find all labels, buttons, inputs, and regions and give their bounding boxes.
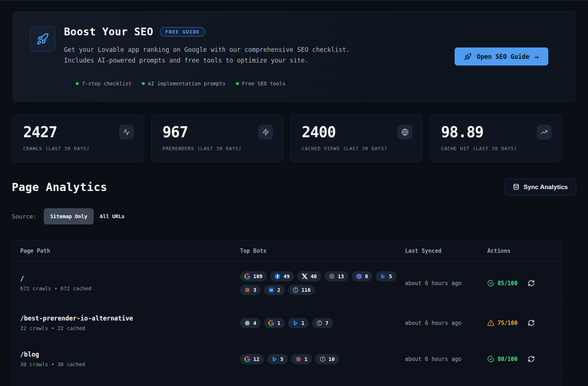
bot-badge-claude: 1 bbox=[291, 354, 312, 364]
bing-bot-icon bbox=[293, 320, 298, 326]
sync-analytics-label: Sync Analytics bbox=[524, 184, 568, 191]
svg-text:?: ? bbox=[319, 321, 320, 325]
feature-item: Free SEO tools bbox=[236, 81, 286, 86]
facebook-bot-icon bbox=[275, 273, 280, 279]
stat-label: PRERENDERS (LAST 30 DAYS) bbox=[162, 146, 274, 151]
stat-label: CRAWLS (LAST 30 DAYS) bbox=[23, 146, 135, 151]
seo-score-value: 80/100 bbox=[498, 356, 517, 362]
database-icon bbox=[513, 184, 520, 191]
source-toggle: Source: Sitemap Only All URLs bbox=[12, 208, 576, 224]
bot-badge-facebook: 49 bbox=[270, 271, 294, 281]
table-row: / 672 crawls • 672 cached 109 49 40 13 8 bbox=[12, 262, 561, 305]
bot-badge-unknown: ? 7 bbox=[312, 318, 333, 328]
bot-count: 1 bbox=[304, 356, 307, 362]
bot-count: 109 bbox=[253, 273, 262, 279]
svg-text:in: in bbox=[270, 288, 273, 292]
stat-value: 2427 bbox=[23, 124, 135, 141]
rocket-box bbox=[30, 26, 55, 52]
bot-count: 4 bbox=[253, 320, 256, 326]
cta-label: Open SEO Guide bbox=[477, 53, 529, 60]
bot-count: 10 bbox=[329, 356, 335, 362]
warning-triangle-icon bbox=[487, 319, 494, 326]
recache-button[interactable] bbox=[528, 355, 535, 362]
sync-analytics-button[interactable]: Sync Analytics bbox=[504, 178, 576, 196]
unknown-bot-icon: ? bbox=[320, 356, 326, 362]
col-header-page-path: Page Path bbox=[20, 248, 240, 254]
source-option-sitemap-only[interactable]: Sitemap Only bbox=[44, 208, 93, 224]
page-meta: 22 crawls • 22 cached bbox=[20, 325, 240, 331]
refresh-icon bbox=[528, 355, 535, 362]
recache-button[interactable] bbox=[528, 280, 535, 287]
banner-features: 7-step checklist AI implementation promp… bbox=[76, 81, 286, 86]
trending-up-icon bbox=[537, 125, 552, 139]
check-circle-icon bbox=[487, 355, 494, 362]
bot-badge-crawler: 4 bbox=[240, 318, 261, 328]
bot-badge-bing: 1 bbox=[288, 318, 309, 328]
top-bots-cell: 109 49 40 13 8 5 3 in 2 ? 116 bbox=[240, 271, 400, 295]
green-dot-icon bbox=[236, 82, 239, 85]
google-bot-icon bbox=[244, 356, 250, 362]
bot-count: 3 bbox=[253, 287, 256, 293]
seo-score-value: 85/100 bbox=[498, 280, 517, 287]
google-bot-icon bbox=[244, 273, 250, 279]
bing-bot-icon bbox=[380, 273, 386, 279]
page-path[interactable]: /best-prerender-io-alternative bbox=[20, 315, 240, 322]
seo-score[interactable]: 85/100 bbox=[487, 280, 517, 287]
bot-count: 1 bbox=[301, 320, 304, 326]
seo-score-value: 75/100 bbox=[498, 320, 517, 326]
actions-cell: 80/100 bbox=[487, 355, 561, 362]
bot-count: 49 bbox=[283, 273, 290, 279]
feature-item: 7-step checklist bbox=[76, 81, 132, 86]
seo-banner: Boost Your SEO FREE GUIDE Get your Lovab… bbox=[13, 11, 575, 102]
stat-value: 2400 bbox=[302, 124, 413, 141]
col-header-top-bots: Top Bots bbox=[240, 248, 405, 254]
page-path[interactable]: / bbox=[20, 275, 240, 282]
stat-label: CACHED VIEWS (LAST 30 DAYS) bbox=[302, 146, 413, 151]
stat-card-crawls: 2427 CRAWLS (LAST 30 DAYS) bbox=[12, 114, 144, 162]
table-body: / 672 crawls • 672 cached 109 49 40 13 8 bbox=[12, 262, 561, 386]
bot-count: 13 bbox=[338, 273, 344, 279]
recache-button[interactable] bbox=[528, 319, 535, 326]
col-header-actions: Actions bbox=[487, 248, 561, 254]
google-bot-icon bbox=[268, 320, 274, 326]
stat-label: CACHE HIT (LAST 30 DAYS) bbox=[441, 146, 553, 151]
rocket-icon bbox=[36, 33, 49, 45]
bot-badge-x: 40 bbox=[297, 271, 321, 281]
activity-icon bbox=[119, 125, 134, 139]
page-meta: 672 crawls • 672 cached bbox=[20, 286, 240, 291]
claude-bot-icon bbox=[244, 287, 250, 293]
linkedin-bot-icon: in bbox=[268, 287, 274, 293]
source-option-all-urls[interactable]: All URLs bbox=[94, 208, 131, 224]
stat-card-prerenders: 967 PRERENDERS (LAST 30 DAYS) bbox=[151, 114, 283, 162]
page-analytics-table: Page Path Top Bots Last Synced Actions /… bbox=[12, 240, 562, 386]
feature-label: 7-step checklist bbox=[82, 81, 132, 86]
page-path-cell: /best-prerender-io-alternative 22 crawls… bbox=[20, 315, 240, 331]
bot-badge-unknown: ? 116 bbox=[288, 285, 315, 295]
bot-badge-google: 12 bbox=[240, 354, 264, 364]
stat-card-cache-hit: 98.89 CACHE HIT (LAST 30 DAYS) bbox=[430, 114, 562, 162]
bot-count: 2 bbox=[277, 287, 280, 293]
page-path-cell: / 672 crawls • 672 cached bbox=[20, 275, 240, 291]
x-bot-icon bbox=[302, 273, 308, 279]
check-circle-icon bbox=[487, 280, 494, 287]
refresh-icon bbox=[528, 319, 535, 326]
unknown-bot-icon: ? bbox=[293, 287, 298, 293]
seo-score[interactable]: 75/100 bbox=[487, 319, 517, 326]
bot-badge-bing: 5 bbox=[267, 354, 288, 364]
table-row: /blog/how-can-i-ask-google-to-crawl-my-w… bbox=[12, 377, 561, 386]
stat-value: 967 bbox=[162, 124, 274, 141]
page-meta: 30 crawls • 30 cached bbox=[20, 361, 240, 367]
discord-bot-icon bbox=[356, 273, 362, 279]
page-title: Page Analytics bbox=[12, 181, 107, 194]
feature-item: AI implementation prompts bbox=[142, 81, 226, 86]
open-seo-guide-button[interactable]: Open SEO Guide → bbox=[455, 47, 548, 65]
stat-value: 98.89 bbox=[441, 124, 553, 141]
bot-badge-linkedin: in 2 bbox=[264, 285, 284, 295]
free-guide-badge: FREE GUIDE bbox=[160, 27, 205, 36]
table-row: /best-prerender-io-alternative 22 crawls… bbox=[12, 305, 561, 341]
page-path[interactable]: /blog bbox=[20, 351, 240, 358]
last-synced: about 6 hours ago bbox=[405, 280, 487, 287]
bot-badge-openai: 13 bbox=[325, 271, 348, 281]
page-path-cell: /blog 30 crawls • 30 cached bbox=[20, 351, 240, 367]
seo-score[interactable]: 80/100 bbox=[487, 355, 517, 362]
